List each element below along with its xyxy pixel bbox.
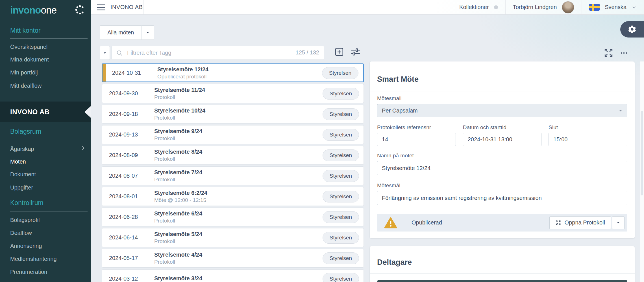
meeting-title: Styrelsemöte 5/24 [154,231,323,237]
meeting-row[interactable]: 2024-08-09 Styrelsemöte 8/24 Protokoll S… [102,146,364,165]
meeting-date: 2024-09-13 [102,131,145,138]
company-selector[interactable]: INVONO AB [0,102,91,122]
meeting-date: 2024-08-07 [102,173,145,179]
participants-title: Deltagare [370,252,635,267]
meeting-title: Styrelsemöte 4/24 [154,252,323,258]
filter-all-meetings-button[interactable]: Alla möten [100,25,142,40]
section-header-bolagsrum: Bolagsrum [10,128,41,135]
expand-panel-button[interactable] [603,48,614,58]
warning-cell [377,214,404,232]
divider [10,140,88,140]
status-dot [494,5,498,9]
chevron-right-icon [80,146,86,151]
search-mode-dropdown[interactable] [100,46,110,60]
divider [10,211,88,211]
meeting-row[interactable]: 2024-06-28 Styrelsemöte 6/24 Protokoll S… [102,208,364,226]
participants-info-banner: Lista på alla inbjudna deltagare som har… [377,280,627,282]
meeting-row[interactable]: 2024-06-14 Styrelsemöte 5/24 Protokoll S… [102,228,364,247]
meeting-goal-input[interactable] [377,191,627,205]
meeting-subtitle: Protokoll [154,156,323,162]
template-label: Mötesmall [377,95,627,102]
open-protocol-split-button: Öppna Protokoll [549,216,625,229]
sidebar-item-moten[interactable]: Möten [10,158,26,165]
meeting-subtitle: Protokoll [154,177,323,183]
open-protocol-button[interactable]: Öppna Protokoll [549,216,611,229]
section-header-mitt-kontor: Mitt kontor [10,27,40,34]
ellipsis-icon [620,50,628,56]
list-settings-button[interactable] [351,47,361,57]
meeting-subtitle: Opublicerat protokoll [157,74,322,80]
meeting-subtitle: Protokoll [154,94,323,100]
sidebar-item-medlemshantering[interactable]: Medlemshantering [10,255,57,262]
meeting-tag-badge: Styrelsen [323,149,359,161]
meeting-subtitle: Protokoll [154,259,323,265]
divider [143,0,144,14]
meeting-title: Styrelsemöte 6:2/24 [154,190,323,196]
meeting-text: Styrelsemöte 10/24 Protokoll [145,107,323,121]
meeting-tag-badge: Styrelsen [323,191,359,202]
meeting-row[interactable]: 2024-08-07 Styrelsemöte 7/24 Protokoll S… [102,166,364,185]
meeting-name-input[interactable] [377,161,627,175]
meeting-title: Styrelsemöte 10/24 [154,107,323,114]
meeting-row[interactable]: 2024-09-30 Styrelsemöte 11/24 Protokoll … [102,84,364,103]
sidebar-item-uppgifter[interactable]: Uppgifter [10,184,33,191]
meeting-row[interactable]: 2024-08-01 Styrelsemöte 6:2/24 Möte @ 12… [102,187,364,206]
language-switcher[interactable]: Svenska [582,0,644,14]
logo-invono: invono [10,5,41,16]
meeting-row[interactable]: 2024-09-18 Styrelsemöte 10/24 Protokoll … [102,105,364,124]
tag-search: 125 / 132 [112,46,324,60]
meeting-tag-badge: Styrelsen [323,273,359,282]
meeting-text: Styrelsemöte 11/24 Protokoll [145,87,323,100]
settings-button[interactable] [620,21,644,38]
meeting-date: 2024-10-31 [105,70,148,76]
sidebar-item-mina-dokument[interactable]: Mina dokument [10,56,49,63]
hamburger-menu-icon[interactable] [97,4,105,10]
ref-number-input[interactable] [377,133,456,146]
meeting-subtitle: Protokoll [154,115,323,121]
user-menu[interactable]: Torbjörn Lindgren [505,0,582,14]
start-datetime-input[interactable] [463,133,542,146]
collections-menu[interactable]: Kollektioner [452,0,505,14]
meeting-row[interactable]: 2024-09-13 Styrelsemöte 9/24 Protokoll S… [102,125,364,144]
topbar-company-name: INVONO AB [110,4,143,10]
scrollbar-thumb[interactable] [641,111,643,195]
sidebar-item-annonsering[interactable]: Annonsering [10,243,42,249]
sidebar-item-dokument[interactable]: Dokument [10,171,36,178]
meeting-subtitle: Protokoll [154,238,323,244]
more-options-button[interactable] [620,50,628,56]
start-datetime-label: Datum och starttid [463,124,542,131]
active-company-wedge [84,106,91,118]
meeting-template-select[interactable]: Per Capsalam [377,104,627,117]
scrollbar[interactable] [640,61,644,282]
meeting-row[interactable]: 2024-05-17 Styrelsemöte 4/24 Protokoll S… [102,249,364,268]
protocol-dropdown-button[interactable] [612,216,625,229]
gear-icon [628,25,637,34]
meeting-date: 2024-08-09 [102,152,145,158]
sidebar-item-dealflow[interactable]: Dealflow [10,230,32,236]
sidebar-item-min-portfolj[interactable]: Min portfölj [10,69,38,76]
sidebar-item-prenumeration[interactable]: Prenumeration [10,268,47,275]
selected-indicator-bar [103,64,106,81]
filter-dropdown-button[interactable] [142,25,154,40]
caret-down-icon [103,51,107,55]
meeting-row[interactable]: 2024-03-12 Styrelsemöte 3/24 Styrelsen [102,269,364,282]
meeting-name-label: Namn på mötet [377,153,627,159]
meeting-row[interactable]: 2024-10-31 Styrelsemöte 12/24 Opublicera… [102,63,364,82]
meeting-text: Styrelsemöte 7/24 Protokoll [145,169,323,183]
invono-one-logo[interactable]: invonoone [10,5,56,16]
tag-search-input[interactable] [112,46,324,60]
sidebar-item-mitt-dealflow[interactable]: Mitt dealflow [10,82,42,89]
sidebar-item-agarskap[interactable]: Ägarskap [10,146,34,152]
sidebar-item-oversiktspanel[interactable]: Översiktspanel [10,43,47,50]
divider [370,91,635,91]
warning-triangle-icon [384,217,397,229]
sidebar-item-bolagsprofil[interactable]: Bolagsprofil [10,217,40,223]
main-content: Alla möten 125 / 132 2024-10-31 [91,15,644,282]
meeting-filter-split-button: Alla möten [100,25,154,40]
meeting-title: Styrelsemöte 8/24 [154,149,323,155]
meeting-date: 2024-06-28 [102,214,145,220]
meeting-text: Styrelsemöte 8/24 Protokoll [145,149,323,162]
add-meeting-button[interactable] [334,47,344,57]
meeting-text: Styrelsemöte 9/24 Protokoll [145,128,323,142]
end-time-input[interactable] [549,133,627,146]
